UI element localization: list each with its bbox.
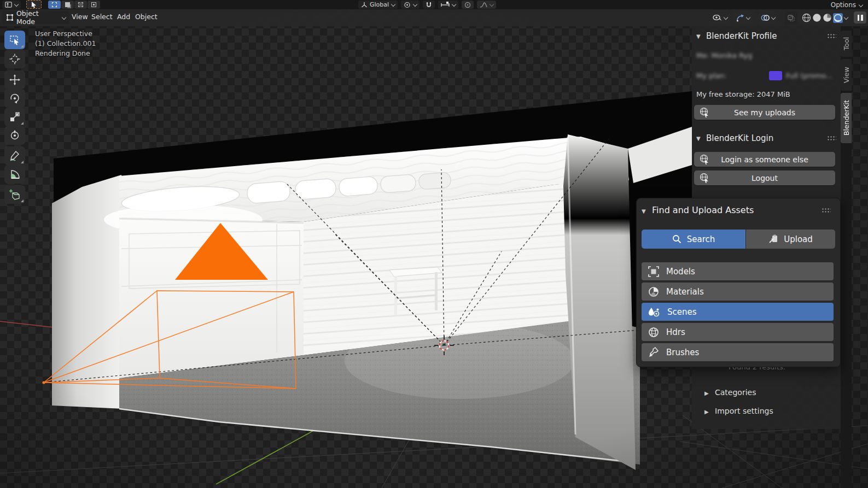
logout-label: Logout [752,174,778,183]
tab-search-label: Search [687,234,715,244]
asset-type-scenes[interactable]: Scenes [642,303,834,321]
pivot-point-select[interactable] [401,1,420,9]
transform-orientation-select[interactable]: Global [358,1,398,9]
overlays-dropdown[interactable] [759,11,777,24]
menu-object[interactable]: Object [135,13,158,21]
falloff-curve-icon [480,2,487,8]
expand-triangle-icon[interactable]: ▶ [704,390,709,396]
asset-type-label: Hdrs [666,327,685,337]
active-collection-label: (1) Collection.001 [35,39,96,49]
expand-triangle-icon[interactable]: ▶ [704,409,709,415]
panel-drag-grip-icon[interactable] [827,136,836,140]
tool-select-box[interactable] [4,31,25,49]
snap-magnet-icon [426,2,432,8]
tool-annotate[interactable] [4,146,25,165]
asset-type-label: Models [666,267,695,277]
collapse-triangle-icon[interactable]: ▼ [642,208,646,214]
falloff-select[interactable] [477,1,496,9]
asset-type-materials[interactable]: Materials [642,283,834,301]
shading-material-icon[interactable] [823,13,832,22]
panel-drag-grip-icon[interactable] [822,208,831,213]
render-status-label: Rendering Done [35,49,96,58]
menu-select[interactable]: Select [91,13,113,21]
asset-type-hdrs[interactable]: Hdrs [642,323,834,341]
collapse-triangle-icon[interactable]: ▼ [696,136,701,142]
tab-view[interactable]: View [841,59,852,91]
login-as-someone-else-button[interactable]: Login as someone else [694,152,835,167]
shading-rendered-icon [834,14,842,22]
rotate-icon [9,93,20,104]
menu-view[interactable]: View [72,13,88,21]
tab-blenderkit[interactable]: BlenderKit [841,93,852,143]
object-visibility-dropdown[interactable] [710,11,730,24]
viewport-info-overlay: User Perspective (1) Collection.001 Rend… [35,29,96,58]
tool-add-primitive[interactable] [4,185,25,204]
assets-panel-title[interactable]: Find and Upload Assets [652,205,754,215]
room-left-outer-wall [52,175,123,409]
snap-target-select[interactable] [438,1,458,9]
gizmos-dropdown[interactable] [734,11,752,24]
brushes-icon [648,347,659,358]
asset-type-brushes[interactable]: Brushes [642,343,834,361]
chevron-down-icon [14,3,18,7]
select-mode-invert[interactable] [88,1,100,9]
tool-transform[interactable] [4,126,25,145]
import-settings-section[interactable]: Import settings [715,407,773,415]
xray-icon [788,15,795,21]
tool-rotate[interactable] [4,89,25,108]
categories-section[interactable]: Categories [715,388,756,397]
scenes-icon [648,307,660,318]
tool-move[interactable] [4,70,25,89]
tab-search[interactable]: Search [642,230,745,249]
shading-rendered-active[interactable] [833,13,843,23]
mode-select-value: Object Mode [16,9,59,26]
mode-select[interactable]: Object Mode [3,11,69,24]
profile-panel-title[interactable]: BlenderKit Profile [706,31,777,41]
tool-measure[interactable] [4,165,25,184]
profile-user-line: Me: Monika Ryg [696,51,752,60]
xray-toggle[interactable] [784,11,797,24]
scale-icon [9,111,20,122]
login-panel-title[interactable]: BlenderKit Login [706,133,773,143]
shading-mode-group [800,11,850,24]
select-mode-extend[interactable] [61,1,74,9]
logout-button[interactable]: Logout [694,170,835,185]
materials-icon [648,286,659,297]
chevron-down-icon [746,16,750,20]
transform-icon [9,130,20,141]
plan-label: My plan: [696,72,727,80]
select-mode-set[interactable] [48,1,61,9]
measure-protractor-icon [9,169,20,180]
editor-type-icon [5,2,12,8]
select-mode-subtract[interactable] [74,1,87,9]
tab-tool[interactable]: Tool [841,31,852,57]
active-tool-button[interactable] [26,0,42,9]
menu-add[interactable]: Add [117,13,130,21]
plan-color-swatch[interactable] [769,71,782,80]
asset-type-models[interactable]: Models [642,262,834,280]
add-cube-icon [9,189,21,201]
tool-cursor[interactable] [4,50,25,68]
storage-line: My free storage: 2047 MiB [696,90,790,98]
proportional-editing-button[interactable] [462,1,474,9]
asset-type-label: Scenes [667,307,697,317]
chevron-down-icon [413,3,417,7]
sidebar-tab-strip: Tool View BlenderKit [841,26,852,488]
snap-toggle-button[interactable] [423,1,435,9]
shading-solid-icon[interactable] [812,13,822,22]
chevron-down-icon [771,16,775,20]
tab-upload[interactable]: Upload [746,230,835,249]
orientation-axes-icon [361,2,368,8]
see-my-uploads-button[interactable]: See my uploads [694,105,835,120]
pause-icon [858,15,860,21]
tool-scale[interactable] [4,108,25,126]
options-button[interactable]: Options [831,1,863,9]
pause-button[interactable] [854,11,866,23]
panel-drag-grip-icon[interactable] [827,33,836,38]
editor-type-button[interactable] [2,1,21,9]
options-label: Options [831,1,856,9]
shading-wireframe-icon[interactable] [802,13,811,22]
collapse-triangle-icon[interactable]: ▼ [696,33,701,39]
chevron-down-icon [62,16,66,20]
orientation-value: Global [370,1,389,8]
